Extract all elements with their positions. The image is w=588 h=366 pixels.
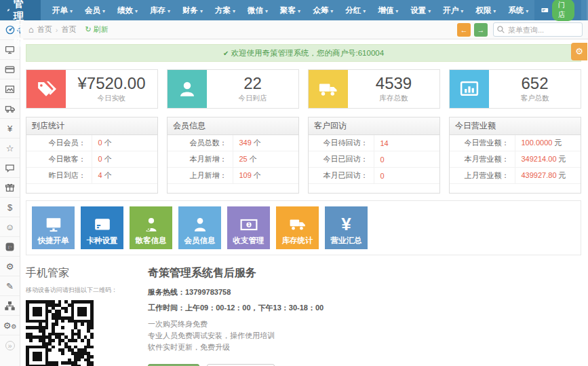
hotline-line: 服务热线：13799783758 <box>148 287 581 297</box>
yen-icon: ¥ <box>7 124 12 134</box>
nav-item-caiwu[interactable]: 财务 <box>176 5 209 16</box>
quick-action-fast-billing[interactable]: 快捷开单 <box>32 206 75 249</box>
check-icon: ✔ <box>223 50 229 57</box>
icon-sidebar: ¥ ☆ $ ☺ P ⚙ ✎ ⚙⚙ » <box>0 20 20 366</box>
svg-text:P: P <box>8 244 12 250</box>
nav-item-juke[interactable]: 聚客 <box>274 5 307 16</box>
stat-value: 0 <box>374 155 387 164</box>
stat-value: 0个 <box>92 138 112 148</box>
stat-label: 今日散客： <box>26 151 92 167</box>
stat-label: 库存总数 <box>380 94 408 103</box>
sitemap-icon <box>5 301 15 311</box>
nav-item-zengzhi[interactable]: 增值 <box>372 5 404 16</box>
quick-action-member-info[interactable]: 会员信息 <box>178 206 221 249</box>
truck-icon <box>5 104 16 114</box>
sidebar-collapse-toggle[interactable]: » <box>0 335 20 355</box>
welcome-banner: ✔ 欢迎使用奇策管理系统，您的商户号:610004 ⚙ <box>26 44 581 62</box>
top-navbar: 奇策管理系统 开单 会员 绩效 库存 财务 方案 微信 聚客 众筹 分红 增值 … <box>0 0 588 20</box>
panel-title: 会员信息 <box>168 117 298 135</box>
stat-card-today-visits[interactable]: 22 今日到店 <box>167 69 299 109</box>
menu-search-input[interactable] <box>493 22 583 37</box>
hours-value: 上午09：00-12：00，下午13：30-18：00 <box>185 304 324 312</box>
stat-label: 上月新增： <box>168 168 233 183</box>
settings-handle-button[interactable]: ⚙ <box>571 43 587 60</box>
sidebar-item-gear[interactable]: ⚙ <box>0 257 20 276</box>
refresh-button[interactable]: ↻ 刷新 <box>85 24 109 35</box>
service-features: 一次购买终身免费 专业人员免费调试安装，操作使用培训 软件实时更新，免费升级 <box>148 318 581 353</box>
hotline-number: 13799783758 <box>185 288 231 296</box>
dollar-icon: $ <box>7 202 12 213</box>
sidebar-item-truck[interactable] <box>0 99 20 119</box>
sidebar-item-sitemap[interactable] <box>0 296 20 316</box>
sidebar-item-gears[interactable]: ⚙⚙ <box>0 316 20 335</box>
stat-value: 349214.00元 <box>515 154 566 164</box>
stat-label: 本月新增： <box>168 151 233 167</box>
nav-item-kaidan[interactable]: 开单 <box>46 5 79 16</box>
sidebar-item-star[interactable]: ☆ <box>0 139 20 158</box>
nav-item-shezhi[interactable]: 设置 <box>404 5 437 16</box>
customer-icon <box>142 216 161 234</box>
quick-action-card-settings[interactable]: 卡种设置 <box>81 206 123 249</box>
qr-hint: 移动设备访问请扫描以下二维码： <box>26 286 128 295</box>
app-title: 奇策管理系统 <box>14 0 31 49</box>
history-forward-button[interactable]: → <box>474 23 488 37</box>
nav-item-jixiao[interactable]: 绩效 <box>111 5 144 16</box>
bar-chart-icon <box>459 79 479 99</box>
sidebar-item-comment[interactable] <box>0 158 20 178</box>
stat-card-customer-total[interactable]: 652 客户总数 <box>449 69 581 109</box>
stat-value: 0个 <box>92 154 112 164</box>
hours-line: 工作时间：上午09：00-12：00，下午13：30-18：00 <box>148 303 581 313</box>
sidebar-item-edit[interactable]: ✎ <box>0 276 20 296</box>
info-panels: 到店统计 今日会员： 0个 今日散客： 0个 昨日到店： 4个 会员信息 会员总… <box>26 117 581 194</box>
monitor-icon <box>44 216 63 234</box>
stat-card-stock-total[interactable]: 4539 库存总数 <box>308 69 440 109</box>
quick-action-stock-stats[interactable]: 库存统计 <box>276 206 319 249</box>
store-button[interactable]: 门店 <box>552 0 574 21</box>
nav-item-fangan[interactable]: 方案 <box>209 5 241 16</box>
stat-label: 今日实收 <box>98 94 126 103</box>
keyboard-icon <box>541 6 549 14</box>
nav-item-quanxian[interactable]: 权限 <box>469 5 502 16</box>
stat-row: 上月营业额： 439927.80元 <box>450 168 581 184</box>
main-content: ✔ 欢迎使用奇策管理系统，您的商户号:610004 ⚙ ¥7520.00 今日实… <box>20 39 588 366</box>
stat-value: ¥7520.00 <box>77 75 145 92</box>
breadcrumb-current: 首页 <box>62 24 77 35</box>
nav-item-zhongchou[interactable]: 众筹 <box>307 5 339 16</box>
breadcrumb: ⌂ 首页 › 首页 ↻ 刷新 <box>28 24 454 35</box>
sidebar-item-dollar[interactable]: $ <box>0 198 20 217</box>
sidebar-item-p-badge[interactable]: P <box>0 237 20 257</box>
nav-item-huiyuan[interactable]: 会员 <box>79 5 111 16</box>
sidebar-item-smiley[interactable]: ☺ <box>0 217 20 237</box>
truck-icon <box>317 79 339 99</box>
stat-label: 上月营业额： <box>450 168 515 183</box>
sidebar-item-card[interactable] <box>0 60 20 79</box>
breadcrumb-root[interactable]: 首页 <box>37 24 52 35</box>
sidebar-item-gift[interactable] <box>0 178 20 198</box>
nav-item-weixin[interactable]: 微信 <box>241 5 274 16</box>
stat-label: 昨日到店： <box>26 168 92 183</box>
quick-action-walkin-info[interactable]: 散客信息 <box>130 206 172 249</box>
stat-card-today-income[interactable]: ¥7520.00 今日实收 <box>26 69 158 109</box>
stat-value: 439927.80元 <box>515 170 566 181</box>
money-icon: 1 <box>239 216 259 234</box>
store-area: 门店 <box>534 0 581 20</box>
stat-row: 上月新增： 109个 <box>168 168 298 184</box>
nav-item-kaihu[interactable]: 开户 <box>437 5 469 16</box>
image-icon <box>5 84 15 94</box>
sidebar-item-yen[interactable]: ¥ <box>0 119 20 139</box>
credit-card-icon <box>93 216 112 234</box>
nav-item-kucun[interactable]: 库存 <box>144 5 176 16</box>
quick-action-revenue-summary[interactable]: ¥ 营业汇总 <box>325 206 368 249</box>
stat-label: 客户总数 <box>521 94 549 103</box>
quick-action-income-expense[interactable]: 1 收支管理 <box>227 206 270 249</box>
edit-icon: ✎ <box>6 281 14 291</box>
history-back-button[interactable]: ← <box>457 23 471 37</box>
after-sales-block: 奇策管理系统售后服务 服务热线：13799783758 工作时间：上午09：00… <box>148 266 581 366</box>
stat-label: 本月营业额： <box>450 151 515 167</box>
sidebar-item-image[interactable] <box>0 79 20 99</box>
quick-actions: 快捷开单 卡种设置 散客信息 会员信息 1 <box>26 200 581 255</box>
mobile-manager-block: 手机管家 移动设备访问请扫描以下二维码： <box>26 266 128 366</box>
nav-item-xitong[interactable]: 系统 <box>502 5 534 16</box>
nav-item-fenhong[interactable]: 分红 <box>339 5 372 16</box>
stat-value: 25个 <box>233 154 257 164</box>
